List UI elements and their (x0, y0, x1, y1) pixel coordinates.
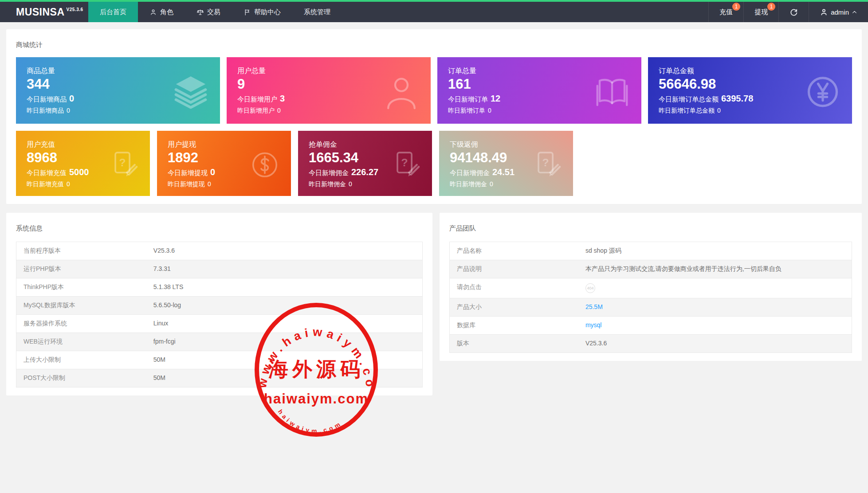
row-value: 404 (578, 278, 852, 298)
table-row: WEB运行环境 fpm-fcgi (16, 333, 422, 351)
table-row: 上传大小限制 50M (16, 351, 422, 369)
yesterday-value: 0 (277, 107, 281, 114)
table-row: 请勿点击 404 (450, 278, 852, 298)
system-info-table: 当前程序版本 V25.3.6 运行PHP版本 7.3.31 ThinkPHP版本… (16, 242, 423, 387)
menu-item-help-center[interactable]: 帮助中心 (232, 2, 292, 22)
brand-name: MUSINSA (16, 6, 65, 18)
today-value: 5000 (69, 167, 89, 177)
stat-card-orders-total: 订单总量 161 今日新增订单12 昨日新增订单0 (437, 57, 641, 124)
navbar-spacer (342, 2, 708, 22)
menu-item-label: 帮助中心 (254, 8, 281, 16)
yesterday-value: 0 (490, 180, 493, 188)
product-size-link[interactable]: 25.5M (578, 298, 852, 316)
row-value: 5.1.38 LTS (146, 278, 422, 296)
yesterday-value: 0 (67, 180, 70, 188)
menu-item-system-admin[interactable]: 系统管理 (292, 2, 342, 22)
menu-item-roles[interactable]: 角色 (138, 2, 185, 22)
refresh-button[interactable] (778, 2, 809, 22)
layers-icon (172, 73, 209, 110)
row-value: 50M (146, 351, 422, 369)
navbar-actions: 充值 1 提现 1 admin (708, 2, 868, 22)
yesterday-label: 昨日新增用户 (237, 107, 275, 114)
table-row: MySQL数据库版本 5.6.50-log (16, 297, 422, 315)
main-menu: 后台首页 角色 交易 帮助中心 系统管理 (88, 2, 342, 22)
yesterday-value: 0 (67, 107, 70, 114)
database-link[interactable]: mysql (578, 317, 852, 334)
svg-text:?: ? (542, 157, 549, 168)
table-row: 产品说明 本产品只为学习测试交流,请勿要做商业或者用于违法行为,一切后果自负 (450, 260, 852, 278)
panel-title: 商城统计 (16, 41, 852, 49)
table-row: POST大小限制 50M (16, 369, 422, 387)
row-label: 数据库 (450, 317, 578, 334)
table-row: ThinkPHP版本 5.1.38 LTS (16, 278, 422, 297)
doc-question-icon: ? (390, 149, 421, 180)
today-label: 今日新增佣金 (450, 169, 490, 176)
row-value: Linux (146, 315, 422, 333)
table-row: 产品大小 25.5M (450, 298, 852, 317)
scales-icon (196, 8, 204, 16)
row-label: ThinkPHP版本 (16, 278, 146, 296)
yesterday-value: 0 (488, 107, 491, 114)
row-label: MySQL数据库版本 (16, 297, 146, 314)
recharge-button[interactable]: 充值 1 (708, 2, 743, 22)
row-label: 当前程序版本 (16, 242, 146, 260)
yesterday-label: 昨日新增商品 (27, 107, 64, 114)
withdraw-button[interactable]: 提现 1 (743, 2, 778, 22)
panel-title: 系统信息 (16, 224, 423, 233)
stat-card-user-recharge: 用户充值 8968 今日新增充值5000 昨日新增充值0 ? (16, 131, 150, 196)
doc-question-icon: ? (108, 149, 139, 180)
brand-logo[interactable]: MUSINSA V25.3.6 (0, 2, 88, 22)
yesterday-label: 昨日新增订单总金额 (659, 107, 715, 114)
menu-item-trade[interactable]: 交易 (185, 2, 232, 22)
row-label: 产品说明 (450, 260, 578, 278)
today-value: 12 (491, 94, 500, 103)
yesterday-label: 昨日新增订单 (448, 107, 485, 114)
user-menu[interactable]: admin (809, 2, 868, 22)
dollar-icon (249, 149, 280, 180)
today-label: 今日新增充值 (27, 169, 67, 176)
menu-item-label: 系统管理 (304, 8, 330, 16)
card-yesterday: 昨日新增充值0 (27, 180, 139, 188)
yesterday-label: 昨日新增佣金 (309, 180, 346, 188)
row-value: V25.3.6 (578, 335, 852, 352)
today-label: 今日新增提现 (168, 169, 208, 176)
row-value: V25.3.6 (146, 242, 422, 260)
today-label: 今日新增商品 (27, 95, 67, 103)
row-label: 上传大小限制 (16, 351, 146, 369)
card-yesterday: 昨日新增提现0 (168, 180, 280, 188)
menu-item-dashboard[interactable]: 后台首页 (88, 2, 138, 22)
withdraw-badge: 1 (767, 3, 775, 11)
table-row: 版本 V25.3.6 (450, 335, 852, 352)
table-row: 产品名称 sd shop 源码 (450, 242, 852, 260)
404-badge[interactable]: 404 (585, 283, 595, 293)
brand-version: V25.3.6 (67, 7, 83, 12)
stat-card-goods-total: 商品总量 344 今日新增商品0 昨日新增商品0 (16, 57, 220, 124)
product-team-table: 产品名称 sd shop 源码 产品说明 本产品只为学习测试交流,请勿要做商业或… (449, 242, 852, 353)
chevron-up-icon (852, 9, 857, 15)
mall-stats-panel: 商城统计 商品总量 344 今日新增商品0 昨日新增商品0 用户总量 9 今日新… (6, 29, 862, 204)
table-row: 当前程序版本 V25.3.6 (16, 242, 422, 260)
row-value: fpm-fcgi (146, 333, 422, 351)
book-icon (593, 73, 631, 110)
product-team-panel: 产品团队 产品名称 sd shop 源码 产品说明 本产品只为学习测试交流,请勿… (440, 213, 862, 361)
today-label: 今日新增订单总金额 (659, 95, 719, 103)
row-label: 产品名称 (450, 242, 578, 260)
yesterday-value: 0 (717, 107, 721, 114)
card-title: 用户提现 (168, 140, 280, 149)
card-yesterday: 昨日新增佣金0 (309, 180, 421, 188)
yen-icon (804, 73, 841, 110)
user-icon (383, 73, 420, 110)
panel-title: 产品团队 (449, 224, 852, 233)
card-title: 用户充值 (27, 140, 139, 149)
page-body: 商城统计 商品总量 344 今日新增商品0 昨日新增商品0 用户总量 9 今日新… (0, 22, 868, 395)
system-info-panel: 系统信息 当前程序版本 V25.3.6 运行PHP版本 7.3.31 Think… (6, 213, 432, 395)
today-label: 今日新增订单 (448, 95, 488, 103)
flag-icon (244, 8, 251, 16)
stats-row-2: 用户充值 8968 今日新增充值5000 昨日新增充值0 ? 用户提现 1892… (16, 131, 852, 196)
username: admin (831, 8, 849, 16)
today-label: 今日新增用户 (237, 95, 277, 103)
table-row: 运行PHP版本 7.3.31 (16, 260, 422, 278)
row-label: POST大小限制 (16, 369, 146, 387)
stats-row-1: 商品总量 344 今日新增商品0 昨日新增商品0 用户总量 9 今日新增用户3 … (16, 57, 852, 124)
row-label: 服务器操作系统 (16, 315, 146, 333)
